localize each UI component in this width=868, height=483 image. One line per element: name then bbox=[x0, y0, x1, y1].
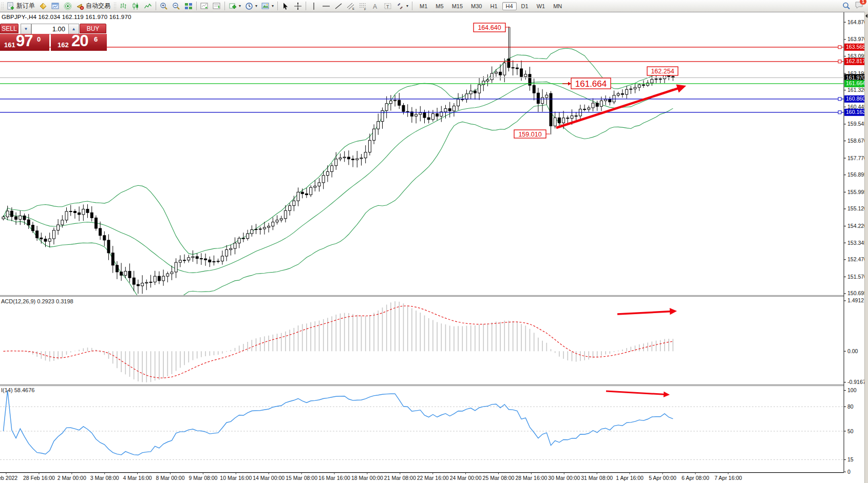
tile-windows-button[interactable] bbox=[182, 2, 195, 11]
zoom-in-button[interactable] bbox=[158, 2, 170, 11]
equidistant-channel-icon: E bbox=[347, 2, 355, 10]
signals-button[interactable] bbox=[62, 2, 74, 11]
cursor-tool-button[interactable] bbox=[279, 2, 292, 11]
gold-box-button[interactable] bbox=[37, 2, 49, 11]
autotrade-label: 自动交易 bbox=[86, 2, 110, 10]
svg-text:8 Mar 00:00: 8 Mar 00:00 bbox=[156, 475, 184, 481]
indicator-window-button[interactable] bbox=[198, 2, 211, 11]
zoom-out-button[interactable] bbox=[170, 2, 182, 11]
period-clock-icon bbox=[245, 2, 253, 10]
crosshair-icon bbox=[294, 2, 302, 10]
candlestick-icon bbox=[131, 2, 140, 10]
timeframe-D1[interactable]: D1 bbox=[518, 2, 532, 10]
trendline-tool-button[interactable] bbox=[332, 2, 345, 11]
svg-text:2 Mar 00:00: 2 Mar 00:00 bbox=[58, 475, 86, 481]
svg-text:161.970: 161.970 bbox=[846, 74, 865, 81]
pane-separator[interactable] bbox=[0, 385, 844, 386]
fibonacci-tool-button[interactable]: F bbox=[357, 2, 369, 11]
sell-price-small: 161 bbox=[4, 41, 15, 49]
bar-chart-icon bbox=[119, 2, 127, 10]
collapse-arrow-icon bbox=[863, 14, 867, 18]
svg-text:31 Mar 08:00: 31 Mar 08:00 bbox=[581, 475, 613, 481]
zoom-out-icon bbox=[172, 2, 180, 10]
svg-text:24 Mar 00:00: 24 Mar 00:00 bbox=[450, 475, 482, 481]
add-indicator-icon bbox=[229, 2, 237, 10]
buy-button[interactable]: BUY bbox=[80, 24, 106, 33]
svg-text:14 Mar 00:00: 14 Mar 00:00 bbox=[253, 475, 285, 481]
right-scroll-strip[interactable] bbox=[864, 12, 868, 483]
period-clock-button[interactable]: ▾ bbox=[243, 2, 259, 11]
new-order-icon bbox=[7, 2, 15, 10]
candlestick-button[interactable] bbox=[129, 2, 142, 11]
rsi-label: I(14) 58.4676 bbox=[1, 387, 34, 393]
svg-text:21 Mar 08:00: 21 Mar 08:00 bbox=[384, 475, 416, 481]
horizontal-line-tool-button[interactable] bbox=[320, 2, 332, 11]
timeframe-M30[interactable]: M30 bbox=[467, 2, 485, 10]
buy-price-small: 162 bbox=[58, 41, 69, 49]
notifications-button[interactable]: 1 bbox=[855, 1, 864, 11]
buy-price-button[interactable]: 162 20 6 bbox=[51, 34, 107, 51]
sell-button[interactable]: SELL bbox=[0, 24, 18, 33]
sell-price-button[interactable]: 161 97 0 bbox=[0, 34, 49, 51]
svg-text:80: 80 bbox=[847, 403, 854, 410]
zoom-in-icon bbox=[160, 2, 168, 10]
fibonacci-icon: F bbox=[359, 2, 367, 10]
timeframe-MN[interactable]: MN bbox=[550, 2, 565, 10]
new-order-button[interactable]: 新订单 bbox=[5, 1, 37, 11]
arrows-tool-button[interactable]: ▾ bbox=[394, 2, 410, 11]
svg-text:3 Mar 08:00: 3 Mar 08:00 bbox=[90, 475, 119, 481]
svg-text:28 Mar 16:00: 28 Mar 16:00 bbox=[515, 475, 547, 481]
signals-icon bbox=[64, 2, 72, 10]
bar-chart-button[interactable] bbox=[117, 2, 129, 11]
timeframe-W1[interactable]: W1 bbox=[533, 2, 549, 10]
toolbar-grip[interactable] bbox=[114, 2, 116, 10]
volume-increase-button[interactable]: ▲ bbox=[68, 24, 79, 34]
toolbar-grip[interactable] bbox=[1, 2, 4, 10]
line-chart-icon bbox=[144, 2, 152, 10]
macd-label: ACD(12,26,9) 0.2923 0.3198 bbox=[1, 298, 73, 304]
price-callout-159.010[interactable]: 159.010 bbox=[514, 130, 550, 138]
timeframe-M1[interactable]: M1 bbox=[416, 2, 431, 10]
svg-text:28 Feb 16:00: 28 Feb 16:00 bbox=[23, 475, 55, 481]
template-button[interactable]: ▾ bbox=[259, 2, 276, 11]
autotrade-button[interactable]: 自动交易 bbox=[74, 1, 112, 11]
svg-text:100: 100 bbox=[847, 387, 857, 393]
text-tool-button[interactable]: A bbox=[369, 2, 382, 11]
volume-decrease-button[interactable]: ▼ bbox=[21, 24, 31, 34]
svg-text:15: 15 bbox=[847, 456, 854, 462]
svg-text:9 Mar 08:00: 9 Mar 08:00 bbox=[188, 475, 217, 481]
timeframe-H4[interactable]: H4 bbox=[502, 2, 517, 10]
svg-text:159.010: 159.010 bbox=[518, 131, 541, 138]
gold-box-icon bbox=[39, 2, 47, 10]
indicator-list-button[interactable] bbox=[211, 2, 223, 11]
svg-text:162.254: 162.254 bbox=[651, 68, 674, 75]
price-callout-162.254[interactable]: 162.254 bbox=[647, 67, 678, 75]
timeframe-H1[interactable]: H1 bbox=[486, 2, 501, 10]
svg-text:0.00: 0.00 bbox=[847, 348, 858, 354]
crosshair-tool-button[interactable] bbox=[292, 2, 304, 11]
timeframe-M15[interactable]: M15 bbox=[448, 2, 466, 10]
pane-separator[interactable] bbox=[0, 384, 844, 385]
profile-window-button[interactable] bbox=[49, 2, 62, 11]
vertical-line-tool-button[interactable] bbox=[308, 2, 320, 11]
sell-price-big: 97 bbox=[16, 34, 32, 50]
equidistant-channel-tool-button[interactable]: E bbox=[345, 2, 357, 11]
dropdown-caret-icon: ▾ bbox=[406, 4, 408, 8]
search-icon[interactable] bbox=[842, 2, 851, 10]
text-label-tool-button[interactable]: T bbox=[382, 2, 394, 11]
svg-text:0: 0 bbox=[847, 469, 851, 475]
chart-plot[interactable]: 164.640159.010161.664162.254164.870163.9… bbox=[0, 0, 868, 483]
svg-text:10 Mar 16:00: 10 Mar 16:00 bbox=[220, 475, 252, 481]
pane-separator[interactable] bbox=[0, 296, 844, 297]
svg-text:161.664: 161.664 bbox=[575, 79, 607, 89]
vertical-line-icon bbox=[310, 2, 318, 10]
text-icon: A bbox=[371, 2, 380, 10]
add-indicator-button[interactable]: ▾ bbox=[227, 2, 243, 11]
svg-text:1.4912: 1.4912 bbox=[847, 297, 864, 303]
indicator-list-icon bbox=[213, 2, 221, 10]
line-chart-button[interactable] bbox=[142, 2, 154, 11]
pane-separator[interactable] bbox=[0, 295, 844, 296]
volume-input[interactable]: 1.00 bbox=[31, 24, 69, 34]
timeframe-M5[interactable]: M5 bbox=[432, 2, 447, 10]
arrows-tool-icon bbox=[396, 2, 404, 10]
